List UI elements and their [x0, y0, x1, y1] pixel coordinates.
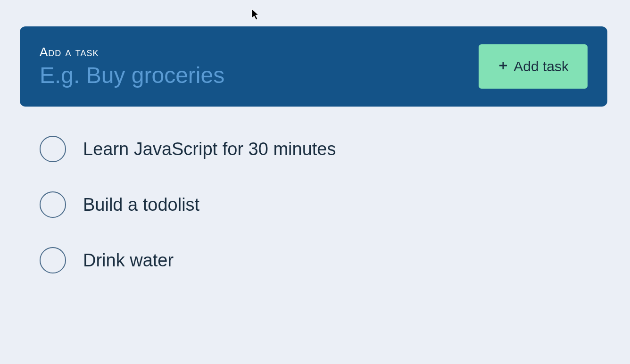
task-item: Learn JavaScript for 30 minutes	[40, 136, 607, 162]
add-task-button[interactable]: Add task	[479, 44, 588, 89]
task-input[interactable]	[40, 62, 479, 88]
cursor-icon	[251, 8, 261, 23]
add-task-label: Add a task	[40, 45, 479, 59]
input-section: Add a task	[40, 45, 479, 88]
task-checkbox[interactable]	[40, 136, 66, 162]
task-text: Learn JavaScript for 30 minutes	[83, 139, 336, 159]
task-item: Build a todolist	[40, 191, 607, 218]
add-task-button-label: Add task	[514, 58, 569, 74]
task-text: Drink water	[83, 250, 174, 271]
task-checkbox[interactable]	[40, 247, 66, 273]
task-item: Drink water	[40, 247, 607, 273]
task-checkbox[interactable]	[40, 191, 66, 218]
add-task-panel: Add a task Add task	[20, 26, 607, 107]
task-list: Learn JavaScript for 30 minutes Build a …	[20, 136, 607, 273]
plus-icon	[497, 59, 509, 74]
task-text: Build a todolist	[83, 195, 199, 215]
